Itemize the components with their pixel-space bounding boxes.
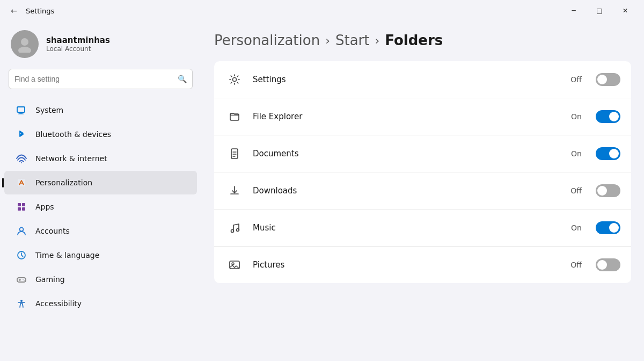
- documents-toggle-knob: [609, 149, 619, 158]
- settings-setting-icon: [225, 70, 244, 89]
- user-profile[interactable]: shaantminhas Local Account: [0, 21, 201, 69]
- sidebar-label-bluetooth: Bluetooth & devices: [35, 130, 111, 139]
- search-container: 🔍: [0, 69, 201, 98]
- user-subtitle: Local Account: [46, 45, 110, 53]
- pictures-label: Pictures: [253, 260, 562, 270]
- sidebar-item-system[interactable]: System: [4, 98, 197, 122]
- svg-rect-3: [19, 113, 23, 114]
- user-info: shaantminhas Local Account: [46, 35, 110, 53]
- documents-setting-icon: [225, 144, 244, 163]
- sidebar-item-personalization[interactable]: Personalization: [4, 171, 197, 194]
- svg-rect-2: [17, 107, 25, 112]
- svg-point-0: [21, 38, 28, 46]
- downloads-setting-icon: [225, 181, 244, 200]
- sidebar-item-accounts[interactable]: Accounts: [4, 219, 197, 243]
- network-icon: [15, 152, 28, 165]
- svg-point-23: [232, 263, 234, 265]
- downloads-status: Off: [570, 186, 582, 195]
- sidebar: shaantminhas Local Account 🔍 System Blue…: [0, 21, 201, 361]
- accessibility-icon: [15, 297, 28, 310]
- search-icon: 🔍: [178, 75, 187, 83]
- svg-rect-8: [22, 203, 25, 206]
- back-icon: ←: [11, 6, 17, 15]
- svg-point-11: [20, 228, 24, 232]
- file-explorer-toggle-knob: [609, 112, 619, 121]
- breadcrumb-folders: Folders: [385, 32, 443, 48]
- search-input[interactable]: [14, 75, 173, 83]
- minimize-button[interactable]: ─: [561, 2, 586, 19]
- titlebar-title: Settings: [26, 7, 561, 15]
- sidebar-item-bluetooth[interactable]: Bluetooth & devices: [4, 122, 197, 146]
- back-button[interactable]: ←: [6, 3, 21, 18]
- music-toggle-knob: [609, 223, 619, 233]
- svg-point-16: [20, 300, 23, 302]
- documents-label: Documents: [253, 149, 562, 158]
- breadcrumb-sep-1: ›: [325, 34, 330, 47]
- setting-row-downloads: Downloads Off: [214, 172, 631, 210]
- content-area: Personalization › Start › Folders Settin…: [201, 21, 644, 361]
- sidebar-label-personalization: Personalization: [35, 178, 92, 187]
- breadcrumb-personalization[interactable]: Personalization: [214, 32, 320, 48]
- svg-point-5: [21, 162, 22, 163]
- music-setting-icon: [225, 218, 244, 237]
- sidebar-label-apps: Apps: [35, 203, 54, 211]
- maximize-icon: □: [596, 7, 602, 15]
- close-icon: ✕: [623, 7, 628, 15]
- sidebar-item-accessibility[interactable]: Accessibility: [4, 292, 197, 315]
- sidebar-label-system: System: [35, 106, 63, 114]
- pictures-toggle[interactable]: [596, 258, 620, 271]
- pictures-setting-icon: [225, 255, 244, 275]
- svg-rect-9: [18, 207, 21, 211]
- svg-rect-7: [18, 203, 21, 206]
- breadcrumb-sep-2: ›: [375, 34, 379, 47]
- sidebar-label-gaming: Gaming: [35, 275, 65, 284]
- sidebar-label-accounts: Accounts: [35, 227, 70, 235]
- personalization-icon: [15, 176, 28, 189]
- svg-point-17: [233, 78, 237, 82]
- settings-label: Settings: [253, 75, 562, 84]
- file-explorer-setting-icon: [225, 107, 244, 126]
- sidebar-label-network: Network & internet: [35, 154, 107, 163]
- setting-row-file-explorer: File Explorer On: [214, 98, 631, 135]
- svg-point-20: [231, 230, 234, 233]
- window-controls: ─ □ ✕: [561, 2, 638, 19]
- accounts-icon: [15, 225, 28, 237]
- sidebar-label-time: Time & language: [35, 251, 99, 259]
- setting-row-pictures: Pictures Off: [214, 247, 631, 283]
- apps-icon: [15, 200, 28, 213]
- sidebar-nav: System Bluetooth & devices Network & int…: [0, 98, 201, 316]
- avatar: [11, 30, 39, 58]
- user-name: shaantminhas: [46, 35, 110, 45]
- settings-status: Off: [570, 75, 582, 84]
- close-button[interactable]: ✕: [613, 2, 638, 19]
- maximize-button[interactable]: □: [587, 2, 612, 19]
- documents-toggle[interactable]: [596, 147, 620, 160]
- system-icon: [15, 104, 28, 117]
- pictures-toggle-knob: [597, 260, 607, 270]
- breadcrumb-start[interactable]: Start: [335, 32, 370, 48]
- svg-rect-10: [22, 207, 25, 211]
- svg-rect-13: [17, 278, 26, 282]
- music-status: On: [571, 223, 582, 232]
- sidebar-item-gaming[interactable]: Gaming: [4, 268, 197, 291]
- app-body: shaantminhas Local Account 🔍 System Blue…: [0, 21, 644, 361]
- svg-point-14: [23, 279, 24, 280]
- sidebar-item-time[interactable]: Time & language: [4, 243, 197, 267]
- file-explorer-status: On: [571, 112, 582, 121]
- search-box[interactable]: 🔍: [9, 69, 193, 89]
- svg-point-15: [24, 280, 25, 281]
- music-toggle[interactable]: [596, 221, 620, 234]
- setting-row-settings: Settings Off: [214, 61, 631, 98]
- sidebar-item-network[interactable]: Network & internet: [4, 147, 197, 170]
- downloads-toggle[interactable]: [596, 184, 620, 197]
- sidebar-item-apps[interactable]: Apps: [4, 195, 197, 219]
- file-explorer-toggle[interactable]: [596, 110, 620, 123]
- bluetooth-icon: [15, 128, 28, 141]
- settings-toggle[interactable]: [596, 73, 620, 86]
- file-explorer-label: File Explorer: [253, 112, 562, 121]
- setting-row-music: Music On: [214, 210, 631, 247]
- svg-rect-18: [230, 114, 239, 120]
- setting-row-documents: Documents On: [214, 135, 631, 172]
- downloads-toggle-knob: [597, 186, 607, 196]
- svg-point-1: [18, 47, 31, 53]
